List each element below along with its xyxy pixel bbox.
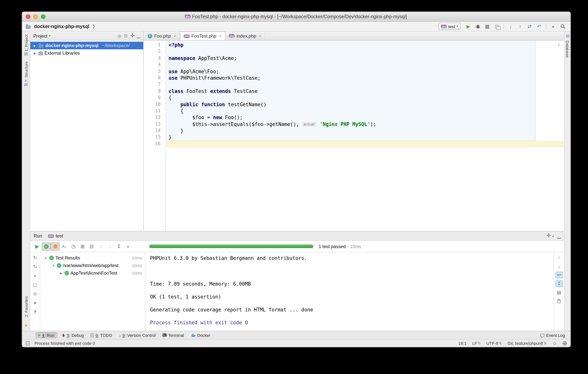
project-tree-row-root[interactable]: ▶ docker-nginx-php-mysql ~/Workspace/ bbox=[30, 42, 143, 49]
toolwindow-button-debug[interactable]: 5: Debug bbox=[59, 332, 86, 338]
collapse-all-button[interactable]: ⊟ bbox=[87, 242, 96, 251]
run-with-coverage-button[interactable]: ▦ bbox=[483, 22, 491, 30]
console-output[interactable]: PHPUnit 6.3.0 by Sebastian Bergmann and … bbox=[146, 252, 554, 331]
caret-position-widget[interactable]: 16:1 bbox=[458, 341, 467, 346]
tool-button-favorites[interactable]: 2: Favorites bbox=[24, 296, 28, 317]
help-icon[interactable]: ? bbox=[31, 309, 39, 315]
code-line[interactable] bbox=[168, 81, 564, 88]
toolwindow-button-todo[interactable]: 6: TODO bbox=[88, 332, 115, 338]
toolwindow-switcher-icon[interactable] bbox=[26, 341, 30, 345]
debug-button[interactable] bbox=[473, 22, 482, 30]
close-tab-icon[interactable]: × bbox=[259, 33, 262, 39]
tab-footest-php[interactable]: php FooTest.php × bbox=[180, 32, 225, 40]
print-icon[interactable]: ▤ bbox=[555, 289, 563, 296]
show-ignored-toggle[interactable] bbox=[51, 242, 60, 251]
code-line[interactable]: public function testGetName() bbox=[168, 101, 564, 108]
test-tree-row[interactable]: ▼ ✓ /var/www/html/web/app/test 10ms bbox=[40, 262, 145, 269]
vcs-commit-button[interactable]: ↑ bbox=[516, 22, 524, 30]
close-tab-icon[interactable]: × bbox=[219, 33, 222, 39]
code-line[interactable]: } bbox=[168, 134, 564, 141]
sort-alphabetically-button[interactable]: A↓ bbox=[60, 242, 69, 251]
tab-foo-php[interactable]: C Foo.php × bbox=[144, 32, 180, 40]
gear-icon[interactable]: ▾ bbox=[547, 233, 554, 239]
scroll-to-end-toggle[interactable]: ↧ bbox=[555, 280, 563, 287]
show-passed-toggle[interactable]: ✓ bbox=[42, 242, 51, 251]
hide-panel-icon[interactable]: ▁ bbox=[557, 233, 561, 239]
toolwindow-button-version-control[interactable]: ↕ 9: Version Control bbox=[116, 332, 158, 338]
hector-inspections-icon[interactable]: ☺ bbox=[552, 341, 557, 346]
code-line[interactable]: $this->assertEquals($foo->getName(), act… bbox=[168, 121, 564, 127]
coverage-report-button[interactable] bbox=[493, 22, 501, 30]
code-line[interactable] bbox=[168, 61, 564, 68]
expand-arrow-icon[interactable]: ▶ bbox=[33, 44, 37, 47]
scroll-down-icon[interactable]: ↓ bbox=[555, 263, 563, 270]
collapse-arrow-icon[interactable]: ▼ bbox=[52, 264, 55, 267]
code-line[interactable]: use App\Acme\Foo; bbox=[168, 68, 564, 75]
hide-panel-icon[interactable]: ▁ bbox=[137, 33, 140, 38]
export-test-results-button[interactable]: ↧ bbox=[115, 242, 124, 251]
breadcrumb[interactable]: docker-nginx-php-mysql bbox=[34, 24, 89, 29]
vcs-update-button[interactable]: ↓ bbox=[506, 22, 515, 30]
test-tree-row[interactable]: ▶ ✓ AppTest\Acme\FooTest 10ms bbox=[40, 269, 145, 277]
clear-all-icon[interactable] bbox=[555, 298, 563, 305]
tool-button-structure[interactable]: 7: Structure bbox=[24, 62, 28, 86]
zoom-window-button[interactable] bbox=[41, 14, 45, 19]
encoding-widget[interactable]: UTF-8⇅ bbox=[486, 341, 502, 346]
tool-button-project[interactable]: 1: Project bbox=[24, 34, 28, 55]
vcs-compare-button[interactable]: ⇄ bbox=[525, 22, 534, 30]
expand-arrow-icon[interactable]: ▶ bbox=[59, 271, 63, 275]
line-separator-widget[interactable]: LF⇅ bbox=[472, 341, 481, 346]
close-tab-icon[interactable]: × bbox=[174, 33, 176, 39]
search-everywhere-button[interactable] bbox=[558, 22, 567, 30]
project-tree-row-external-libraries[interactable]: ▶ External Libraries bbox=[30, 49, 143, 57]
editor-gutter[interactable]: 12345678910111213141516 bbox=[144, 41, 166, 231]
locate-file-icon[interactable]: ◎ bbox=[118, 33, 121, 38]
globe-icon[interactable] bbox=[563, 341, 567, 345]
previous-failed-test-button[interactable]: ↑ bbox=[96, 242, 105, 251]
code-line[interactable]: <?php bbox=[168, 42, 564, 48]
run-button[interactable]: ▶ bbox=[464, 22, 472, 30]
code-line[interactable]: { bbox=[168, 94, 564, 101]
run-config-select[interactable]: php test ▾ bbox=[439, 23, 461, 30]
toolwindow-button-run[interactable]: ▶ 4: Run bbox=[36, 332, 57, 338]
inspection-status-icon[interactable]: ✓ bbox=[558, 42, 560, 47]
toolwindow-button-docker[interactable]: Docker bbox=[188, 332, 213, 338]
expand-all-button[interactable]: ⊞ bbox=[78, 242, 87, 251]
code-editor[interactable]: 12345678910111213141516 <?phpnamespace A… bbox=[144, 41, 564, 231]
test-tree-row[interactable]: ▼ ✓ Test Results 10ms bbox=[40, 254, 145, 262]
code-line[interactable]: { bbox=[168, 108, 564, 114]
gear-icon[interactable] bbox=[130, 33, 134, 38]
more-options-button[interactable]: » bbox=[124, 242, 133, 251]
code-line[interactable]: $foo = new Foo(); bbox=[168, 114, 564, 121]
code-line[interactable]: use PHPUnit\Framework\TestCase; bbox=[168, 75, 564, 81]
scroll-up-icon[interactable]: ↑ bbox=[555, 254, 563, 261]
rollback-button[interactable]: ↶ bbox=[535, 22, 543, 30]
sort-by-duration-button[interactable]: ◷ bbox=[69, 242, 78, 251]
code-line[interactable]: namespace AppTest\Acme; bbox=[168, 55, 564, 62]
next-failed-test-button[interactable]: ↓ bbox=[105, 242, 115, 251]
project-view-select[interactable]: Project bbox=[33, 33, 48, 39]
code-line[interactable] bbox=[168, 141, 564, 147]
stop-icon[interactable]: ■ bbox=[31, 272, 39, 279]
rerun-tests-button[interactable]: ▶ bbox=[32, 242, 42, 251]
collapse-arrow-icon[interactable]: ▼ bbox=[44, 256, 48, 260]
stop-button[interactable]: ■ bbox=[549, 22, 557, 30]
toolwindow-button-terminal[interactable]: >_ Terminal bbox=[160, 332, 187, 338]
rerun-icon[interactable]: ↻ bbox=[31, 254, 39, 261]
run-tab-test[interactable]: php test bbox=[46, 232, 65, 239]
toolwindow-button-event-log[interactable]: Event Log bbox=[538, 332, 567, 338]
code-text[interactable]: <?phpnamespace AppTest\Acme;use App\Acme… bbox=[166, 41, 564, 147]
pin-tab-icon[interactable]: ⊙ bbox=[31, 291, 39, 297]
close-window-button[interactable] bbox=[26, 14, 30, 19]
code-line[interactable]: } bbox=[168, 127, 564, 134]
restore-layout-icon[interactable]: ▢ bbox=[31, 281, 39, 288]
window-titlebar[interactable]: php FooTest.php - docker-nginx-php-mysql… bbox=[22, 12, 571, 22]
star-icon[interactable]: ★ bbox=[24, 323, 28, 328]
code-line[interactable]: class FooTest extends TestCase bbox=[168, 88, 564, 94]
git-branch-widget[interactable]: Git: feature/phpunit⇅ bbox=[507, 341, 546, 346]
collapse-all-icon[interactable]: ⊟ bbox=[124, 33, 127, 38]
expand-arrow-icon[interactable]: ▶ bbox=[33, 51, 37, 55]
close-tool-window-icon[interactable]: × bbox=[31, 300, 39, 306]
tab-index-php[interactable]: php index.php × bbox=[225, 32, 265, 40]
rerun-failed-tests-icon[interactable]: ↻ bbox=[31, 263, 39, 270]
